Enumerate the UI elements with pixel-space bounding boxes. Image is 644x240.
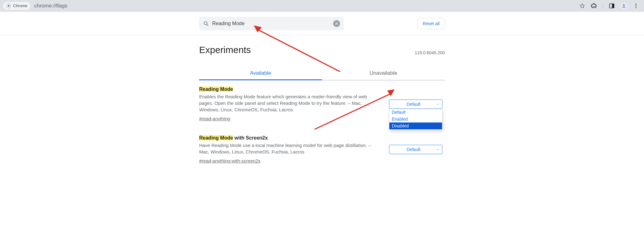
flag-hash-link[interactable]: #read-anything-with-screen2x (199, 158, 261, 163)
dropdown-option-disabled[interactable]: Disabled (389, 122, 442, 129)
site-identity-chip[interactable]: Chrome (3, 2, 30, 10)
chrome-logo-icon (6, 3, 11, 8)
bookmark-star-icon[interactable] (579, 3, 585, 9)
svg-point-8 (204, 21, 207, 24)
clear-search-button[interactable] (333, 20, 340, 27)
svg-line-9 (207, 24, 208, 26)
site-identity-label: Chrome (13, 3, 27, 8)
url-text[interactable]: chrome://flags (33, 3, 67, 9)
tabs: Available Unavailable (199, 67, 445, 80)
search-box[interactable] (199, 17, 344, 30)
flag-description: Enables the Reading Mode feature which g… (199, 93, 380, 113)
side-panel-icon[interactable] (609, 3, 615, 9)
flag-dropdown-menu: Default Enabled Disabled (389, 109, 442, 130)
svg-point-1 (8, 5, 9, 7)
search-input[interactable] (212, 21, 330, 26)
dropdown-option-default[interactable]: Default (389, 109, 442, 116)
flag-row: Reading Mode Enables the Reading Mode fe… (199, 80, 445, 123)
flag-row: Reading Mode with Screen2x Have Reading … (199, 129, 445, 166)
tab-unavailable[interactable]: Unavailable (322, 67, 445, 80)
tab-available[interactable]: Available (199, 67, 322, 80)
svg-point-7 (636, 7, 637, 8)
flag-hash-link[interactable]: #read-anything (199, 116, 230, 121)
search-icon (203, 20, 209, 27)
flag-dropdown[interactable]: Default (389, 145, 442, 154)
content: Experiments 119.0.6045.200 Available Una… (199, 35, 445, 178)
flag-dropdown[interactable]: Default (389, 100, 442, 109)
reset-all-button[interactable]: Reset all (418, 18, 445, 29)
svg-point-5 (636, 3, 637, 4)
address-bar: Chrome chrome://flags (0, 0, 644, 12)
flag-dropdown-value: Default (407, 147, 420, 152)
chevron-down-icon (436, 148, 440, 151)
chrome-version: 119.0.6045.200 (415, 50, 445, 55)
omnibox-actions (579, 2, 641, 9)
svg-rect-3 (612, 4, 614, 8)
flag-dropdown-value: Default (407, 102, 420, 107)
flag-title: Reading Mode (199, 87, 380, 92)
close-icon (335, 22, 338, 25)
flag-description: Have Reading Mode use a local machine le… (199, 142, 380, 155)
page-title: Experiments (199, 45, 251, 55)
profile-avatar[interactable] (620, 2, 627, 9)
dropdown-option-enabled[interactable]: Enabled (389, 116, 442, 122)
flag-title: Reading Mode with Screen2x (199, 135, 380, 141)
flags-toolbar: Reset all (0, 12, 644, 35)
svg-point-4 (623, 4, 624, 6)
separator (603, 3, 603, 9)
svg-point-6 (636, 5, 637, 6)
kebab-menu-icon[interactable] (633, 3, 639, 9)
chevron-down-icon (436, 102, 440, 106)
extensions-icon[interactable] (591, 3, 597, 9)
